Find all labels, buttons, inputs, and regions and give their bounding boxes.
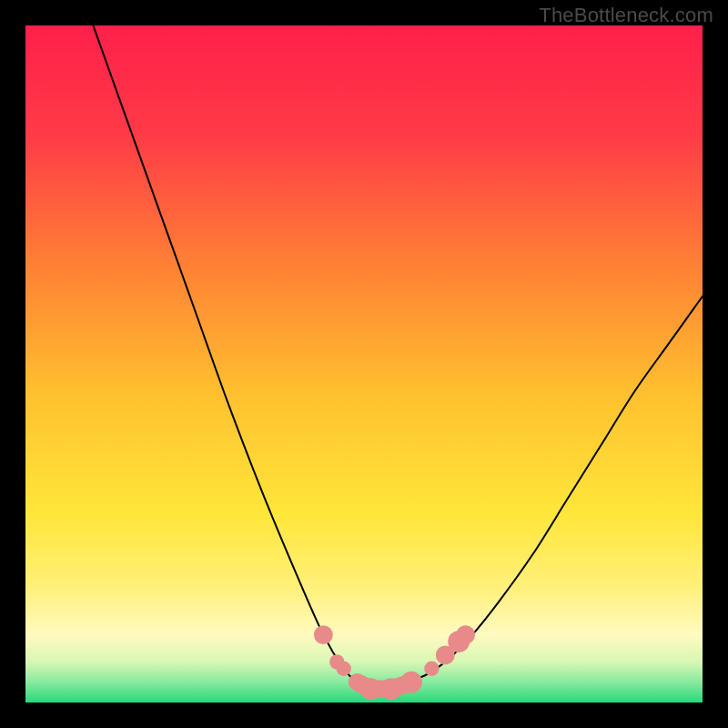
bottleneck-curve — [93, 25, 703, 690]
marker-dot — [314, 625, 333, 644]
optimal-markers — [314, 625, 475, 700]
marker-dot — [336, 662, 350, 676]
marker-dot — [456, 625, 475, 644]
marker-dot — [424, 662, 439, 676]
curve-layer — [25, 25, 703, 703]
chart-frame: TheBottleneck.com — [0, 0, 728, 728]
marker-band — [358, 682, 412, 689]
watermark-text: TheBottleneck.com — [539, 4, 713, 27]
plot-area — [25, 25, 703, 703]
